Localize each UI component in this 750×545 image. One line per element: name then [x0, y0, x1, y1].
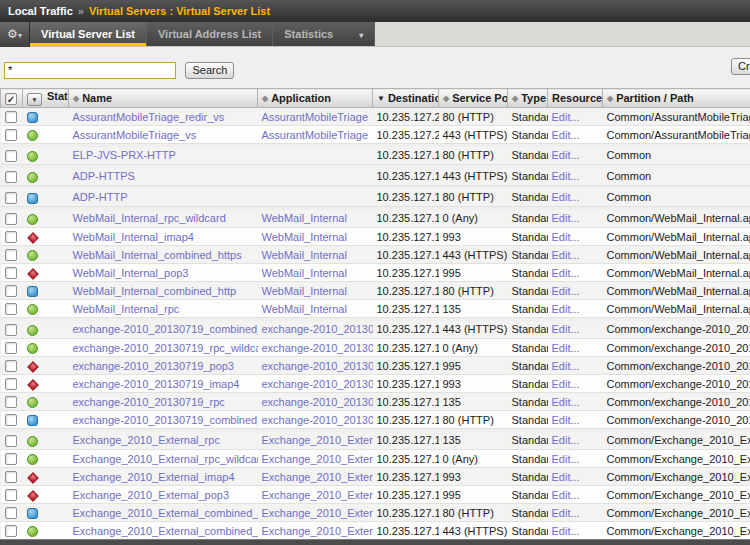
application-link[interactable]: Exchange_2010_External	[262, 525, 373, 537]
row-checkbox[interactable]	[5, 378, 17, 390]
edit-resources-link[interactable]: Edit...	[552, 453, 580, 465]
search-input[interactable]	[4, 62, 176, 79]
row-checkbox[interactable]	[5, 414, 17, 426]
tab-virtual-server-list[interactable]: Virtual Server List	[30, 22, 147, 46]
sort-header-destination[interactable]: ▼Destination	[373, 89, 439, 108]
edit-resources-link[interactable]: Edit...	[552, 378, 580, 390]
row-checkbox[interactable]	[5, 111, 17, 123]
virtual-server-name-link[interactable]: exchange-2010_20130719_imap4	[73, 378, 240, 390]
edit-resources-link[interactable]: Edit...	[552, 267, 580, 279]
application-link[interactable]: Exchange_2010_External	[262, 507, 373, 519]
application-link[interactable]: WebMail_Internal	[262, 212, 347, 224]
edit-resources-link[interactable]: Edit...	[552, 396, 580, 408]
application-link[interactable]: exchange-2010_20130719	[262, 396, 373, 408]
application-link[interactable]: Exchange_2010_External	[262, 434, 373, 446]
tab-statistics[interactable]: Statistics▾	[273, 22, 375, 46]
sort-header-application[interactable]: ◆Application	[258, 89, 373, 108]
virtual-server-name-link[interactable]: AssurantMobileTriage_vs	[73, 129, 197, 141]
virtual-server-name-link[interactable]: WebMail_Internal_rpc	[73, 303, 180, 315]
virtual-server-name-link[interactable]: ADP-HTTPS	[73, 170, 135, 182]
virtual-server-name-link[interactable]: exchange-2010_20130719_combined_http	[73, 414, 258, 426]
virtual-server-name-link[interactable]: Exchange_2010_External_rpc_wildcard	[73, 453, 258, 465]
application-link[interactable]: AssurantMobileTriage	[262, 129, 369, 141]
row-checkbox[interactable]	[5, 324, 17, 336]
application-link[interactable]: Exchange_2010_External	[262, 471, 373, 483]
row-checkbox[interactable]	[5, 360, 17, 372]
status-dropdown-button[interactable]: ▾	[27, 93, 42, 106]
edit-resources-link[interactable]: Edit...	[552, 414, 580, 426]
row-checkbox[interactable]	[5, 249, 17, 261]
row-checkbox[interactable]	[5, 171, 17, 183]
row-checkbox[interactable]	[5, 342, 17, 354]
row-checkbox[interactable]	[5, 507, 17, 519]
create-button[interactable]: Create...	[731, 58, 750, 75]
virtual-server-name-link[interactable]: WebMail_Internal_rpc_wildcard	[73, 212, 226, 224]
application-link[interactable]: WebMail_Internal	[262, 285, 347, 297]
sort-header-service-port[interactable]: ◆Service Port	[439, 89, 508, 108]
row-checkbox[interactable]	[5, 435, 17, 447]
row-checkbox[interactable]	[5, 525, 17, 537]
settings-gear-button[interactable]: ⚙▾	[0, 22, 30, 47]
virtual-server-name-link[interactable]: exchange-2010_20130719_combined_https	[73, 323, 258, 335]
virtual-server-name-link[interactable]: Exchange_2010_External_imap4	[73, 471, 235, 483]
application-link[interactable]: AssurantMobileTriage	[262, 111, 369, 123]
application-link[interactable]: Exchange_2010_External	[262, 453, 373, 465]
edit-resources-link[interactable]: Edit...	[552, 231, 580, 243]
virtual-server-name-link[interactable]: ADP-HTTP	[73, 191, 128, 203]
row-checkbox[interactable]	[5, 489, 17, 501]
row-checkbox[interactable]	[5, 396, 17, 408]
virtual-server-name-link[interactable]: AssurantMobileTriage_redir_vs	[73, 111, 225, 123]
edit-resources-link[interactable]: Edit...	[552, 507, 580, 519]
edit-resources-link[interactable]: Edit...	[552, 285, 580, 297]
edit-resources-link[interactable]: Edit...	[552, 212, 580, 224]
application-link[interactable]: WebMail_Internal	[262, 249, 347, 261]
application-link[interactable]: Exchange_2010_External	[262, 489, 373, 501]
edit-resources-link[interactable]: Edit...	[552, 149, 580, 161]
row-checkbox[interactable]	[5, 471, 17, 483]
application-link[interactable]: exchange-2010_20130719	[262, 414, 373, 426]
virtual-server-name-link[interactable]: Exchange_2010_External_pop3	[73, 489, 230, 501]
edit-resources-link[interactable]: Edit...	[552, 191, 580, 203]
sort-header-type[interactable]: ◆Type	[508, 89, 548, 108]
select-all-checkbox[interactable]: ✓	[5, 93, 17, 105]
row-checkbox[interactable]	[5, 150, 17, 162]
sort-header-name[interactable]: ◆Name	[69, 89, 258, 108]
edit-resources-link[interactable]: Edit...	[552, 525, 580, 537]
application-link[interactable]: exchange-2010_20130719	[262, 342, 373, 354]
tab-virtual-address-list[interactable]: Virtual Address List	[147, 22, 273, 46]
row-checkbox[interactable]	[5, 303, 17, 315]
virtual-server-name-link[interactable]: exchange-2010_20130719_rpc	[73, 396, 225, 408]
row-checkbox[interactable]	[5, 213, 17, 225]
virtual-server-name-link[interactable]: exchange-2010_20130719_rpc_wildcard	[73, 342, 258, 354]
virtual-server-name-link[interactable]: WebMail_Internal_imap4	[73, 231, 194, 243]
row-checkbox[interactable]	[5, 453, 17, 465]
row-checkbox[interactable]	[5, 231, 17, 243]
virtual-server-name-link[interactable]: WebMail_Internal_pop3	[73, 267, 189, 279]
select-all-header[interactable]: ✓	[1, 89, 23, 108]
application-link[interactable]: WebMail_Internal	[262, 231, 347, 243]
application-link[interactable]: exchange-2010_20130719	[262, 323, 373, 335]
status-column-header[interactable]: ▾Status	[23, 89, 69, 108]
edit-resources-link[interactable]: Edit...	[552, 342, 580, 354]
edit-resources-link[interactable]: Edit...	[552, 249, 580, 261]
application-link[interactable]: exchange-2010_20130719	[262, 360, 373, 372]
sort-header-partition[interactable]: ◆Partition / Path	[603, 89, 750, 108]
row-checkbox[interactable]	[5, 129, 17, 141]
edit-resources-link[interactable]: Edit...	[552, 323, 580, 335]
edit-resources-link[interactable]: Edit...	[552, 360, 580, 372]
edit-resources-link[interactable]: Edit...	[552, 170, 580, 182]
edit-resources-link[interactable]: Edit...	[552, 489, 580, 501]
edit-resources-link[interactable]: Edit...	[552, 471, 580, 483]
virtual-server-name-link[interactable]: Exchange_2010_External_combined_https	[73, 525, 258, 537]
row-checkbox[interactable]	[5, 267, 17, 279]
virtual-server-name-link[interactable]: ELP-JVS-PRX-HTTP	[73, 149, 176, 161]
virtual-server-name-link[interactable]: WebMail_Internal_combined_https	[73, 249, 242, 261]
application-link[interactable]: WebMail_Internal	[262, 303, 347, 315]
search-button[interactable]: Search	[185, 62, 234, 79]
virtual-server-name-link[interactable]: Exchange_2010_External_rpc	[73, 434, 220, 446]
edit-resources-link[interactable]: Edit...	[552, 303, 580, 315]
row-checkbox[interactable]	[5, 285, 17, 297]
virtual-server-name-link[interactable]: exchange-2010_20130719_pop3	[73, 360, 235, 372]
application-link[interactable]: WebMail_Internal	[262, 267, 347, 279]
breadcrumb-path[interactable]: Virtual Servers : Virtual Server List	[89, 5, 270, 17]
